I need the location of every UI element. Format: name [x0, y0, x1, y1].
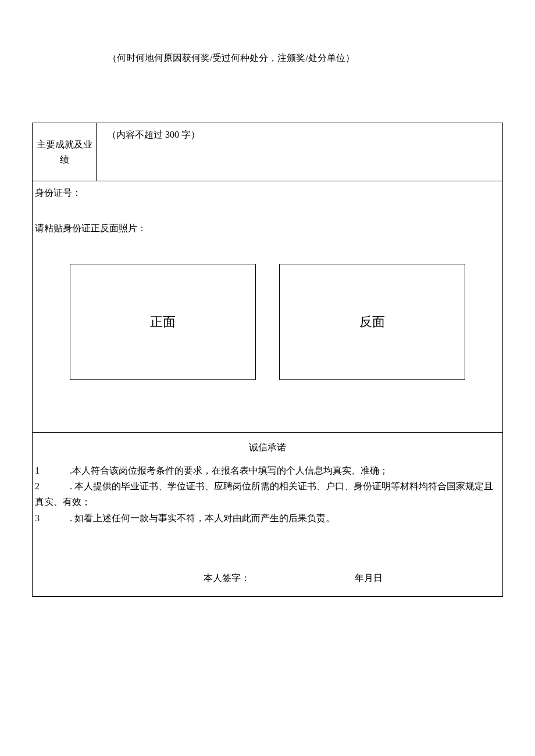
achievements-row: 主要成就及业绩 （内容不超过 300 字） — [33, 123, 502, 181]
pledge-text-2: . 本人提供的毕业证书、学位证书、应聘岗位所需的相关证书、户口、身份证明等材料均… — [35, 481, 493, 507]
pledge-item-1: 1.本人符合该岗位报考条件的要求，在报名表中填写的个人信息均真实、准确； — [35, 463, 500, 478]
awards-punishments-note: （何时何地何原因获何奖/受过何种处分，注颁奖/处分单位） — [32, 52, 503, 65]
pledge-item-3: 3. 如看上述任何一款与事实不符，本人对由此而产生的后果负责。 — [35, 510, 500, 526]
achievements-content-area[interactable]: （内容不超过 300 字） — [97, 123, 502, 181]
pledge-section: 诚信承诺 1.本人符合该岗位报考条件的要求，在报名表中填写的个人信息均真实、准确… — [33, 433, 502, 596]
achievements-hint: （内容不超过 300 字） — [107, 130, 200, 139]
id-back-label: 反面 — [359, 313, 385, 331]
id-front-box[interactable]: 正面 — [70, 264, 256, 380]
date-label: 年月日 — [355, 573, 383, 583]
pledge-num-3: 3 — [35, 510, 70, 526]
id-section: 身份证号： 请粘贴身份证正反面照片： 正面 反面 — [33, 181, 502, 433]
signature-line: 本人签字：年月日 — [35, 572, 500, 585]
pledge-title: 诚信承诺 — [35, 442, 500, 454]
photo-boxes-container: 正面 反面 — [35, 264, 500, 415]
pledge-item-2: 2. 本人提供的毕业证书、学位证书、应聘岗位所需的相关证书、户口、身份证明等材料… — [35, 478, 500, 510]
form-table: 主要成就及业绩 （内容不超过 300 字） 身份证号： 请粘贴身份证正反面照片：… — [32, 123, 503, 597]
paste-instruction: 请粘贴身份证正反面照片： — [35, 223, 500, 235]
pledge-text-1: .本人符合该岗位报考条件的要求，在报名表中填写的个人信息均真实、准确； — [70, 465, 388, 475]
pledge-text-3: . 如看上述任何一款与事实不符，本人对由此而产生的后果负责。 — [70, 513, 335, 523]
signature-label: 本人签字： — [204, 572, 355, 585]
pledge-num-2: 2 — [35, 478, 70, 494]
achievements-label: 主要成就及业绩 — [33, 123, 97, 181]
id-back-box[interactable]: 反面 — [279, 264, 465, 380]
id-number-label: 身份证号： — [35, 187, 500, 199]
pledge-num-1: 1 — [35, 463, 70, 478]
id-front-label: 正面 — [150, 313, 176, 331]
